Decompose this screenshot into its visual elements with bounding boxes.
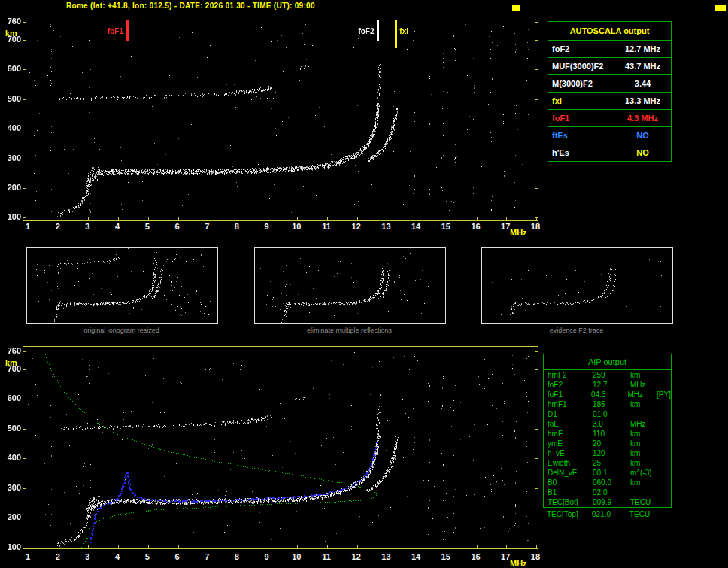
aip-row-name: hmF2 <box>544 370 593 380</box>
aip-row-extra <box>660 409 671 419</box>
autoscala-row-label: M(3000)F2 <box>548 75 614 92</box>
y-axis-tick-label: 200 <box>2 512 21 521</box>
y-axis-tick-label: 760 <box>2 17 21 26</box>
aip-row-extra <box>660 419 671 429</box>
aip-row: hmF1185km <box>544 399 671 409</box>
aip-row-value: 01.0 <box>593 409 630 419</box>
autoscala-row: fxI13.3 MHz <box>548 93 671 110</box>
thumbnail-f2-trace <box>481 247 673 324</box>
y-axis-tick-label: 300 <box>2 153 21 163</box>
aip-row: foF212.7MHz <box>544 380 671 390</box>
autoscala-row-label: foF2 <box>548 41 614 57</box>
top-ionogram-canvas <box>23 17 538 220</box>
aip-row: TEC[Top]021.0TECU <box>543 509 670 519</box>
foF1-marker-label: foF1 <box>97 27 123 35</box>
aip-row-unit: km <box>630 478 660 488</box>
x-axis-tick-label: 7 <box>198 552 216 561</box>
y-axis-tick-label: 500 <box>2 94 21 103</box>
aip-row: B0060.0km <box>544 478 671 488</box>
aip-row: TEC[Bot]009.9TECU <box>544 497 671 507</box>
x-axis-tick-label: 14 <box>407 222 425 231</box>
aip-row-unit <box>630 409 660 419</box>
y-axis-tick-label: 600 <box>2 393 21 402</box>
x-axis-tick-label: 12 <box>347 552 366 561</box>
autoscala-row: foF212.7 MHz <box>548 41 671 58</box>
x-axis-tick-label: 8 <box>228 222 246 231</box>
autoscala-title: AUTOSCALA output <box>548 22 671 41</box>
aip-row-extra <box>660 509 670 519</box>
aip-row-extra <box>660 497 671 507</box>
aip-row-extra <box>660 439 671 448</box>
autoscala-row-value: 12.7 MHz <box>614 41 671 57</box>
y-axis-tick-label: 600 <box>2 64 21 73</box>
aip-row-name: hmF1 <box>544 399 593 409</box>
y-axis-tick-label: 500 <box>2 424 21 433</box>
aip-row-extra <box>660 458 671 468</box>
x-axis-tick-label: 4 <box>108 552 126 561</box>
autoscala-row-value: NO <box>614 127 671 144</box>
autoscala-row-value: NO <box>614 144 671 161</box>
aip-row: DelN_vE00.1m^(-3) <box>544 468 671 478</box>
aip-row: B102.0 <box>544 488 671 497</box>
aip-row: Ewidth25km <box>544 458 671 468</box>
fxI-marker-line <box>395 20 397 48</box>
aip-row-name: D1 <box>544 409 593 419</box>
aip-row-unit: MHz <box>627 390 657 399</box>
x-axis-tick-label: 12 <box>347 222 366 231</box>
x-axis-tick-label: 14 <box>407 552 425 561</box>
x-axis-tick-label: 5 <box>138 552 156 561</box>
x-axis-unit-label: MHz <box>510 559 527 568</box>
aip-row-name: h_vE <box>544 448 593 458</box>
autoscala-row-label: h'Es <box>548 144 614 161</box>
aip-row-extra <box>660 468 671 478</box>
autoscala-row-label: fxI <box>548 93 614 109</box>
autoscala-row: MUF(3000)F243.7 MHz <box>548 58 671 75</box>
x-axis-tick-label: 9 <box>258 552 276 561</box>
aip-row-unit: MHz <box>630 419 660 429</box>
x-axis-tick-label: 1 <box>19 552 37 561</box>
autoscala-row: h'EsNO <box>548 144 671 161</box>
x-axis-tick-label: 10 <box>287 552 305 561</box>
bottom-ionogram-canvas <box>23 347 538 548</box>
aip-row-unit: km <box>630 399 660 409</box>
x-axis-tick-label: 5 <box>138 222 156 231</box>
aip-row-unit: km <box>630 458 660 468</box>
y-axis-tick-label: 100 <box>2 212 21 221</box>
x-axis-tick-label: 3 <box>78 552 96 561</box>
aip-row-value: 04.3 <box>591 390 627 399</box>
aip-row-unit: km <box>630 448 660 458</box>
autoscala-row: M(3000)F23.44 <box>548 75 671 93</box>
x-axis-tick-label: 13 <box>377 552 395 561</box>
aip-row-value: 12.7 <box>593 380 630 390</box>
aip-row: foE3.0MHz <box>544 419 671 429</box>
x-axis-tick-label: 9 <box>258 222 276 231</box>
bottom-ionogram-plot <box>23 346 538 549</box>
x-axis-tick-label: 18 <box>526 552 544 561</box>
aip-row-value: 060.0 <box>593 478 630 488</box>
aip-row-unit: km <box>630 429 660 439</box>
x-axis-unit-label: MHz <box>510 228 527 237</box>
aip-row-name: DelN_vE <box>544 468 593 478</box>
foF2-marker-line <box>377 20 379 41</box>
autoscala-row-value: 3.44 <box>614 75 671 92</box>
x-axis-tick-label: 15 <box>437 222 455 231</box>
aip-row-extra <box>660 488 671 497</box>
aip-row-extra <box>660 478 671 488</box>
aip-row-extra: [PY] <box>657 390 671 399</box>
x-axis-tick-label: 2 <box>49 552 67 561</box>
foF1-marker-line <box>126 20 129 41</box>
aip-row-value: 185 <box>593 399 630 409</box>
y-axis-tick-label: 400 <box>2 453 21 462</box>
x-axis-tick-label: 18 <box>526 222 544 231</box>
autoscala-row: foF14.3 MHz <box>548 110 671 127</box>
aip-row-value: 3.0 <box>593 419 630 429</box>
aip-row-name: TEC[Bot] <box>544 497 593 507</box>
autoscala-row-label: MUF(3000)F2 <box>548 58 614 74</box>
aip-row-name: B0 <box>544 478 593 488</box>
top-ionogram-plot: foF1foF2fxI <box>23 17 538 221</box>
autoscala-row: ftEsNO <box>548 127 671 144</box>
aip-row-extra <box>660 399 671 409</box>
x-axis-tick-label: 2 <box>49 222 67 231</box>
foF2-marker-label: foF2 <box>347 27 374 35</box>
y-axis-unit-label: km <box>5 29 17 38</box>
